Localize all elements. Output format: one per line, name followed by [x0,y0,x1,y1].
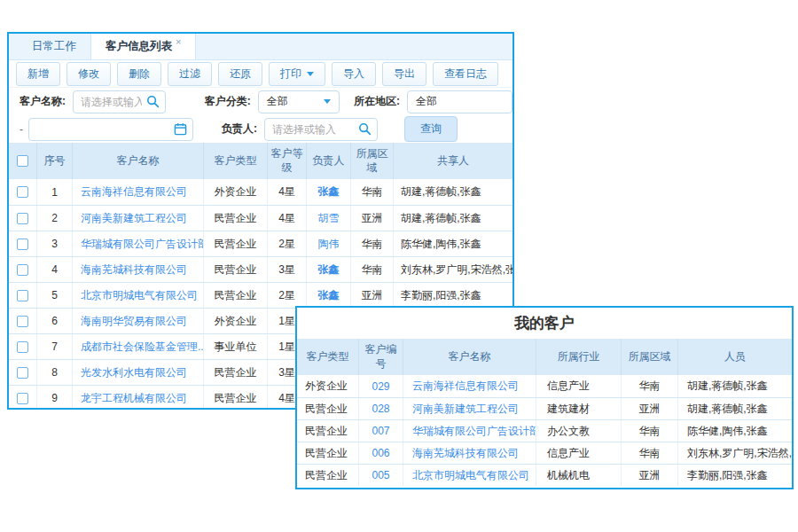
toolbar-button-8[interactable]: 导出 [382,62,426,86]
row-checkbox[interactable] [17,186,28,198]
row-checkbox-cell [9,257,37,282]
search-icon[interactable] [146,95,160,108]
row-checkbox[interactable] [17,316,28,327]
list-item: 民营企业 028 河南美新建筑工程公司 建筑建材 亚洲 胡建,蒋德帧,张鑫 [297,397,792,419]
tab-close-icon[interactable]: × [176,36,181,47]
customer-name-link[interactable]: 华瑞城有限公司广告设计部 [73,231,204,256]
tab-bar: 日常工作 客户信息列表× [9,34,512,60]
customer-type: 民营企业 [297,420,359,442]
row-number: 2 [37,206,73,231]
owner-link[interactable]: 胡雪 [307,206,351,231]
toolbar-button-3[interactable]: 删除 [117,62,161,86]
calendar-icon[interactable] [174,122,187,136]
row-number: 1 [37,179,73,205]
row-checkbox-cell [9,231,37,256]
customer-name-link[interactable]: 光发水利水电有限公司 [73,360,204,385]
customer-name-link[interactable]: 华瑞城有限公司广告设计部 [403,420,536,442]
region: 亚洲 [351,206,394,231]
industry: 建筑建材 [536,398,622,419]
customer-name-link[interactable]: 海南明华贸易有限公司 [73,309,204,333]
customer-code-link[interactable]: 006 [359,442,403,464]
toolbar-button-2[interactable]: 修改 [66,62,111,86]
shared-people: 陈华健,陶伟,张鑫 [394,231,512,256]
customer-code-link[interactable]: 005 [359,465,403,486]
customer-type: 事业单位 [204,334,268,359]
customer-code-link[interactable]: 028 [359,398,403,419]
toolbar-button-5[interactable]: 还原 [218,62,262,86]
customer-name-link[interactable]: 云南海祥信息有限公司 [403,375,536,397]
customer-name-link[interactable]: 北京市明城电气有限公司 [403,465,536,486]
row-checkbox[interactable] [17,367,28,379]
col-header-type: 客户类型 [204,143,268,179]
shared-people: 刘东林,罗广明,宋浩然,张鑫 [394,257,512,282]
staff: 李勤丽,阳强,张鑫 [678,465,792,486]
customer-code-link[interactable]: 007 [359,420,403,442]
row-checkbox[interactable] [17,341,28,353]
search-icon[interactable] [358,122,372,136]
region: 亚洲 [622,398,678,419]
customer-name-link[interactable]: 龙宇工程机械有限公司 [73,386,204,410]
owner-link[interactable]: 陶伟 [307,231,351,256]
filter-row-1: 客户名称: 客户分类: 全部 所在地区: 全部 [20,88,512,115]
customer-type: 民营企业 [297,398,359,419]
toolbar-button-1[interactable]: 新增 [16,62,60,86]
filter-area: 客户名称: 客户分类: 全部 所在地区: 全部 - [9,88,512,143]
owner-link[interactable]: 张鑫 [307,283,351,308]
customer-name-link[interactable]: 海南芜城科技有限公司 [403,442,536,464]
my-customers-header: 客户类型 客户编号 客户名称 所属行业 所属区域 人员 [297,340,792,375]
list-item: 民营企业 006 海南芜城科技有限公司 信息产业 华南 刘东林,罗广明,宋浩然,… [297,442,792,464]
toolbar-button-6[interactable]: 打印 [269,62,325,86]
row-checkbox[interactable] [17,393,28,404]
customer-type: 外资企业 [204,309,268,333]
customer-name-link[interactable]: 成都市社会保险基金管理... [73,334,204,359]
toolbar: 新增 修改 删除 过滤 还原 打印 导入 导出 查看日志 [9,60,512,88]
customer-level: 2星 [268,283,307,308]
owner-label: 负责人: [222,121,257,137]
region: 亚洲 [622,465,678,486]
row-checkbox-cell [9,179,37,205]
col-header-shared: 共享人 [394,143,512,179]
row-checkbox[interactable] [17,290,28,301]
row-number: 7 [37,334,73,359]
row-number: 5 [37,283,73,308]
customer-name-link[interactable]: 北京市明城电气有限公司 [73,283,204,308]
customer-name-link[interactable]: 河南美新建筑工程公司 [73,206,204,231]
region-select[interactable]: 全部 [407,90,512,113]
chevron-down-icon [307,72,314,76]
select-all-cell [9,143,37,179]
customer-table-header: 序号 客户名称 客户类型 客户等级 负责人 所属区域 共享人 [9,143,512,179]
list-item: 外资企业 029 云南海祥信息有限公司 信息产业 华南 胡建,蒋德帧,张鑫 [297,375,792,397]
customer-code-link[interactable]: 029 [359,375,403,397]
row-checkbox[interactable] [17,213,28,224]
row-checkbox[interactable] [17,239,28,250]
category-select[interactable]: 全部 [258,90,340,113]
toolbar-button-7[interactable]: 导入 [332,62,376,86]
row-number: 3 [37,231,73,256]
customer-type: 民营企业 [297,442,359,464]
tab-daily-work[interactable]: 日常工作 [18,34,90,59]
tab-customer-info-list[interactable]: 客户信息列表× [90,34,196,59]
customer-name-link[interactable]: 河南美新建筑工程公司 [403,398,536,419]
row-checkbox-cell [9,283,37,308]
query-button[interactable]: 查询 [404,116,458,142]
col-header-industry: 所属行业 [536,340,622,375]
shared-people: 胡建,蒋德帧,张鑫 [394,206,512,231]
toolbar-button-9[interactable]: 查看日志 [433,62,498,86]
row-number: 6 [37,309,73,333]
row-checkbox[interactable] [17,264,28,276]
chevron-down-icon [324,99,331,104]
owner-link[interactable]: 张鑫 [307,257,351,282]
col-header-code: 客户编号 [359,340,403,375]
toolbar-button-4[interactable]: 过滤 [168,62,212,86]
col-header-no: 序号 [37,143,73,179]
customer-name-link[interactable]: 海南芜城科技有限公司 [73,257,204,282]
date-input[interactable] [28,118,193,141]
row-checkbox-cell [9,334,37,359]
owner-link[interactable]: 张鑫 [307,179,351,205]
col-header-type: 客户类型 [297,340,359,375]
customer-name-link[interactable]: 云南海祥信息有限公司 [73,179,204,205]
row-checkbox-cell [9,206,37,231]
list-item: 民营企业 005 北京市明城电气有限公司 机械机电 亚洲 李勤丽,阳强,张鑫 [297,464,792,486]
row-checkbox-cell [9,309,37,333]
select-all-checkbox[interactable] [17,155,28,167]
